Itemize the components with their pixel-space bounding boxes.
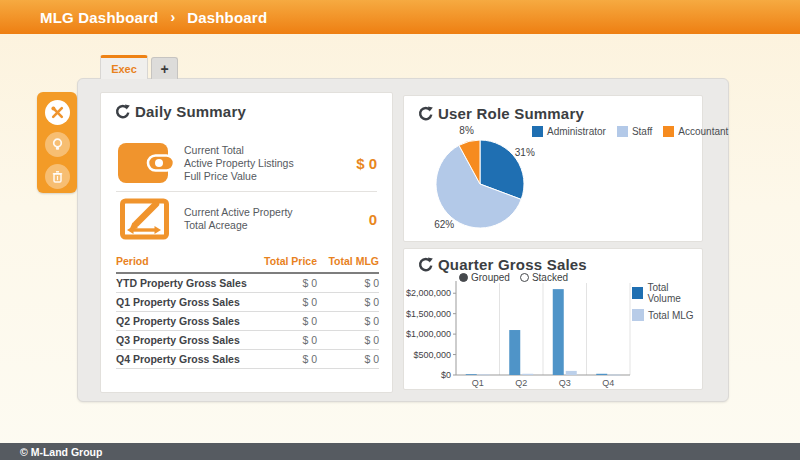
side-toolbar xyxy=(37,92,77,193)
divider xyxy=(116,191,377,192)
trash-icon xyxy=(50,169,65,184)
refresh-icon[interactable] xyxy=(418,257,433,272)
svg-text:Q1: Q1 xyxy=(472,378,484,388)
bulb-icon xyxy=(50,137,65,152)
svg-text:Q4: Q4 xyxy=(602,378,614,388)
tools-button[interactable] xyxy=(45,100,70,125)
panel-title: User Role Summary xyxy=(438,105,584,122)
legend-swatch xyxy=(663,126,674,137)
svg-text:31%: 31% xyxy=(515,147,535,158)
legend-swatch xyxy=(617,126,628,137)
idea-button[interactable] xyxy=(45,132,70,157)
breadcrumb-app-title[interactable]: MLG Dashboard xyxy=(40,9,158,26)
refresh-icon[interactable] xyxy=(418,106,433,121)
stat-label: Current Total Active Property Listings F… xyxy=(176,144,356,183)
table-row: Q1 Property Gross Sales $ 0 $ 0 xyxy=(116,293,379,312)
legend-item-accountant: Accountant xyxy=(663,126,728,137)
svg-text:Q3: Q3 xyxy=(559,378,571,388)
svg-text:8%: 8% xyxy=(459,125,474,136)
tab-exec-label: Exec xyxy=(111,63,137,75)
legend-item-administrator: Administrator xyxy=(532,126,606,137)
stat-full-price-value: Current Total Active Property Listings F… xyxy=(116,137,377,189)
svg-text:$1,500,000: $1,500,000 xyxy=(406,309,451,319)
legend-item-total-mlg: Total MLG xyxy=(632,309,702,321)
tab-exec[interactable]: Exec xyxy=(100,55,148,79)
tools-icon xyxy=(50,105,65,120)
wallet-icon xyxy=(116,139,176,187)
table-row: Q3 Property Gross Sales $ 0 $ 0 xyxy=(116,331,379,350)
plus-icon: + xyxy=(160,61,168,77)
col-total-mlg: Total MLG xyxy=(317,251,379,273)
quarter-gross-sales-panel: Quarter Gross Sales Grouped Stacked $0$5… xyxy=(403,248,703,390)
svg-text:$0: $0 xyxy=(441,370,451,380)
add-tab-button[interactable]: + xyxy=(151,57,178,79)
col-period: Period xyxy=(116,251,255,273)
header-bar: MLG Dashboard › Dashboard xyxy=(0,0,800,34)
legend-swatch xyxy=(632,287,643,299)
stat-label: Current Active Property Total Acreage xyxy=(176,206,369,232)
daily-summary-panel: Daily Summary Current Total Active Prope… xyxy=(100,92,393,393)
quarter-bar-chart: $0$500,000$1,000,000$1,500,000$2,000,000… xyxy=(410,279,634,389)
acreage-icon xyxy=(116,196,176,242)
refresh-icon[interactable] xyxy=(115,104,130,119)
footer-bar: © M-Land Group xyxy=(0,443,800,460)
svg-text:$2,000,000: $2,000,000 xyxy=(406,288,451,298)
breadcrumb-page-title: Dashboard xyxy=(187,9,267,26)
table-row: Q4 Property Gross Sales $ 0 $ 0 xyxy=(116,350,379,369)
svg-text:$500,000: $500,000 xyxy=(413,350,451,360)
col-total-price: Total Price xyxy=(255,251,317,273)
svg-text:$1,000,000: $1,000,000 xyxy=(406,329,451,339)
pie-legend: Administrator Staff Accountant xyxy=(532,126,728,137)
table-row: Q2 Property Gross Sales $ 0 $ 0 xyxy=(116,312,379,331)
bar-legend: Total Volume Total MLG xyxy=(632,282,702,321)
panel-title: Quarter Gross Sales xyxy=(438,256,587,273)
role-pie-chart: 31%62%8% xyxy=(412,122,562,236)
page: MLG Dashboard › Dashboard Exec + xyxy=(0,0,800,460)
svg-text:62%: 62% xyxy=(434,219,454,230)
table-row: YTD Property Gross Sales $ 0 $ 0 xyxy=(116,273,379,293)
stat-total-acreage: Current Active Property Total Acreage 0 xyxy=(116,195,377,243)
legend-swatch xyxy=(532,126,543,137)
stat-value: $ 0 xyxy=(356,155,377,172)
user-role-summary-panel: User Role Summary 31%62%8% Administrator… xyxy=(403,95,703,242)
stat-value: 0 xyxy=(369,211,377,228)
legend-swatch xyxy=(632,309,644,321)
breadcrumb-separator-icon: › xyxy=(170,9,175,25)
legend-item-staff: Staff xyxy=(617,126,652,137)
table-header-row: Period Total Price Total MLG xyxy=(116,251,379,273)
svg-text:Q2: Q2 xyxy=(515,378,527,388)
gross-sales-table: Period Total Price Total MLG YTD Propert… xyxy=(116,251,379,369)
panel-title: Daily Summary xyxy=(135,103,246,120)
legend-item-total-volume: Total Volume xyxy=(632,282,702,304)
trash-button[interactable] xyxy=(45,164,70,189)
copyright-text: © M-Land Group xyxy=(20,446,102,458)
